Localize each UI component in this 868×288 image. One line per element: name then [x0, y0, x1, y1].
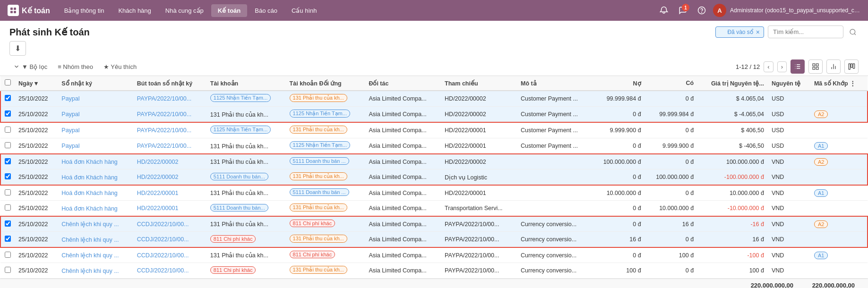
download-button[interactable]: ⬇	[9, 41, 26, 56]
table-row[interactable]: 25/10/2022 Chênh lệch khi quy ... CCDJ/2…	[0, 263, 868, 279]
kanban-view-button[interactable]	[844, 59, 859, 74]
header-ref[interactable]: Tham chiếu	[441, 76, 517, 91]
prev-page-button[interactable]: ‹	[764, 61, 773, 72]
list-view-button[interactable]	[791, 59, 805, 74]
table-row[interactable]: 25/10/2022 Paypal PAYPA/2022/10/00... 11…	[0, 122, 868, 138]
nav-item-config[interactable]: Cấu hình	[285, 4, 324, 17]
table-row[interactable]: 25/10/2022 Paypal PAYPA/2022/10/00... 13…	[0, 107, 868, 123]
row-checkbox[interactable]	[5, 158, 11, 164]
search-input[interactable]	[768, 25, 843, 38]
row-checkbox[interactable]	[5, 95, 11, 101]
help-icon-btn[interactable]	[694, 3, 709, 18]
group-button[interactable]: ≡ Nhóm theo	[54, 61, 97, 72]
table-view-button[interactable]	[808, 59, 823, 74]
row-journal[interactable]: Chênh lệch khi quy ...	[58, 232, 133, 248]
row-checkbox[interactable]	[5, 236, 11, 242]
table-row[interactable]: 25/10/2022 Chênh lệch khi quy ... CCDJ/2…	[0, 232, 868, 248]
header-debit[interactable]: Nợ	[592, 76, 645, 91]
row-journal[interactable]: Paypal	[58, 122, 133, 138]
row-entry[interactable]: PAYPA/2022/10/00...	[133, 91, 206, 107]
header-partner[interactable]: Đối tác	[365, 76, 441, 91]
table-row[interactable]: 25/10/2022 Chênh lệch khi quy ... CCDJ/2…	[0, 216, 868, 232]
row-entry[interactable]: HD/2022/00001	[133, 185, 206, 201]
row-journal[interactable]: Hoá đơn Khách hàng	[58, 201, 133, 217]
table-row[interactable]: 25/10/2022 Hoá đơn Khách hàng HD/2022/00…	[0, 185, 868, 201]
row-checkbox-cell[interactable]	[0, 216, 15, 232]
row-journal[interactable]: Hoá đơn Khách hàng	[58, 154, 133, 169]
brand[interactable]: Kế toán	[6, 5, 58, 16]
row-journal[interactable]: Chênh lệch khi quy ...	[58, 247, 133, 263]
table-row[interactable]: 25/10/2022 Paypal PAYPA/2022/10/00... 13…	[0, 138, 868, 154]
header-account[interactable]: Tài khoản	[206, 76, 286, 91]
row-entry[interactable]: CCDJ/2022/10/00...	[133, 263, 206, 279]
select-all-checkbox[interactable]	[5, 79, 11, 85]
row-entry[interactable]: HD/2022/00002	[133, 169, 206, 186]
search-button[interactable]	[847, 26, 859, 38]
row-checkbox-cell[interactable]	[0, 263, 15, 279]
row-checkbox[interactable]	[5, 220, 11, 227]
table-row[interactable]: 25/10/2022 Hoá đơn Khách hàng HD/2022/00…	[0, 201, 868, 217]
row-checkbox[interactable]	[5, 110, 11, 117]
header-credit[interactable]: Có	[645, 76, 698, 91]
row-entry[interactable]: PAYPA/2022/10/00...	[133, 138, 206, 154]
row-checkbox-cell[interactable]	[0, 122, 15, 138]
nav-item-dashboard[interactable]: Bảng thông tin	[58, 4, 111, 17]
header-date[interactable]: Ngày ▾	[15, 76, 58, 91]
activity-icon-btn[interactable]	[656, 3, 671, 18]
chart-view-button[interactable]	[826, 59, 841, 74]
header-counterpart[interactable]: Tài khoản Đối ứng	[286, 76, 365, 91]
row-entry[interactable]: HD/2022/00002	[133, 154, 206, 169]
row-checkbox-cell[interactable]	[0, 169, 15, 186]
user-avatar[interactable]: A	[713, 4, 726, 17]
table-row[interactable]: 25/10/2022 Hoá đơn Khách hàng HD/2022/00…	[0, 169, 868, 186]
header-checkbox[interactable]	[0, 76, 15, 91]
nav-item-reports[interactable]: Báo cáo	[248, 4, 284, 17]
row-checkbox[interactable]	[5, 127, 11, 133]
favorites-button[interactable]: ★ Yêu thích	[100, 61, 140, 72]
nav-item-accounting[interactable]: Kế toán	[211, 4, 247, 17]
row-entry[interactable]: PAYPA/2022/10/00...	[133, 122, 206, 138]
row-journal[interactable]: Paypal	[58, 91, 133, 107]
row-checkbox-cell[interactable]	[0, 201, 15, 217]
row-checkbox[interactable]	[5, 267, 11, 273]
header-desc[interactable]: Mô tả	[517, 76, 592, 91]
row-journal[interactable]: Paypal	[58, 107, 133, 123]
next-page-button[interactable]: ›	[777, 61, 787, 72]
row-journal[interactable]: Hoá đơn Khách hàng	[58, 169, 133, 186]
row-entry[interactable]: CCDJ/2022/10/00...	[133, 216, 206, 232]
header-entry[interactable]: Bút toán số nhật ký	[133, 76, 206, 91]
row-checkbox[interactable]	[5, 252, 11, 258]
row-journal[interactable]: Chênh lệch khi quy ...	[58, 263, 133, 279]
table-row[interactable]: 25/10/2022 Hoá đơn Khách hàng HD/2022/00…	[0, 154, 868, 169]
row-entry[interactable]: CCDJ/2022/10/00...	[133, 247, 206, 263]
row-checkbox-cell[interactable]	[0, 232, 15, 248]
row-checkbox-cell[interactable]	[0, 154, 15, 169]
row-checkbox[interactable]	[5, 189, 11, 195]
row-checkbox[interactable]	[5, 142, 11, 148]
header-orig-value[interactable]: Giá trị Nguyên tệ...	[697, 76, 768, 91]
header-currency[interactable]: Nguyên tệ	[768, 76, 810, 91]
row-journal[interactable]: Paypal	[58, 138, 133, 154]
header-journal[interactable]: Sổ nhật ký	[58, 76, 133, 91]
table-row[interactable]: 25/10/2022 Chênh lệch khi quy ... CCDJ/2…	[0, 247, 868, 263]
filter-active-tag[interactable]: Đã vào sổ ×	[715, 26, 764, 38]
row-checkbox-cell[interactable]	[0, 91, 15, 107]
row-checkbox[interactable]	[5, 173, 11, 179]
row-checkbox-cell[interactable]	[0, 247, 15, 263]
row-checkbox[interactable]	[5, 204, 11, 211]
message-icon-btn[interactable]: 1	[675, 3, 690, 18]
table-row[interactable]: 25/10/2022 Paypal PAYPA/2022/10/00... 11…	[0, 91, 868, 107]
row-checkbox-cell[interactable]	[0, 185, 15, 201]
row-entry[interactable]: HD/2022/00001	[133, 201, 206, 217]
filter-button[interactable]: ▼ Bộ lọc	[9, 61, 51, 72]
row-checkbox-cell[interactable]	[0, 107, 15, 123]
row-journal[interactable]: Hoá đơn Khách hàng	[58, 185, 133, 201]
row-checkbox-cell[interactable]	[0, 138, 15, 154]
filter-close-icon[interactable]: ×	[756, 28, 760, 36]
row-journal[interactable]: Chênh lệch khi quy ...	[58, 216, 133, 232]
row-entry[interactable]: PAYPA/2022/10/00...	[133, 107, 206, 123]
nav-item-suppliers[interactable]: Nhà cung cấp	[159, 4, 210, 17]
header-match[interactable]: Mã số Khớp ⋮	[810, 76, 868, 91]
nav-item-customers[interactable]: Khách hàng	[112, 4, 157, 17]
row-entry[interactable]: CCDJ/2022/10/00...	[133, 232, 206, 248]
